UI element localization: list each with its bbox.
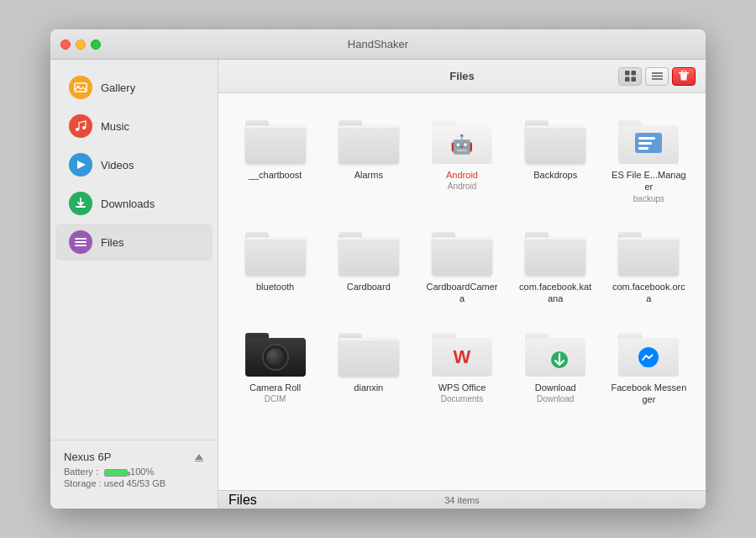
file-item-alarms[interactable]: Alarms bbox=[325, 107, 412, 212]
item-count: 34 items bbox=[444, 495, 480, 505]
downloads-icon bbox=[69, 192, 92, 215]
svg-rect-9 bbox=[195, 461, 203, 462]
status-path: Files bbox=[228, 493, 257, 508]
files-label: Files bbox=[101, 236, 123, 249]
titlebar: HandShaker bbox=[50, 29, 706, 60]
music-icon bbox=[69, 114, 92, 138]
svg-rect-22 bbox=[638, 147, 648, 150]
file-item-fb-katana[interactable]: com.facebook.katana bbox=[512, 219, 599, 314]
toolbar-actions bbox=[618, 67, 696, 86]
file-item-chartboost[interactable]: __chartboost bbox=[232, 107, 318, 212]
folder-icon-android: 🤖 bbox=[432, 115, 492, 164]
file-name-chartboost: __chartboost bbox=[249, 169, 302, 181]
file-subtitle-download: Download bbox=[537, 394, 574, 404]
sidebar-item-files[interactable]: Files bbox=[55, 224, 213, 261]
folder-icon-cardboardcamera bbox=[432, 227, 492, 276]
svg-point-3 bbox=[82, 126, 86, 129]
file-name-dianxin: dianxin bbox=[354, 382, 383, 393]
storage-info: Storage : used 45/53 GB bbox=[64, 478, 204, 488]
fb-messenger-icon bbox=[634, 345, 663, 370]
list-icon bbox=[652, 71, 663, 82]
sidebar-item-downloads[interactable]: Downloads bbox=[55, 185, 213, 222]
grid-view-button[interactable] bbox=[618, 67, 642, 86]
statusbar: Files 34 items bbox=[218, 490, 706, 509]
download-arrow-icon bbox=[541, 345, 570, 370]
file-item-cardboard[interactable]: Cardboard bbox=[325, 219, 412, 314]
file-item-wps[interactable]: W WPS Office Documents bbox=[418, 319, 505, 414]
music-label: Music bbox=[101, 120, 129, 133]
file-name-android: Android bbox=[446, 169, 478, 181]
es-logo-icon bbox=[633, 131, 664, 158]
file-item-es-manager[interactable]: ES File E...Manager backups bbox=[606, 107, 692, 212]
battery-bar bbox=[104, 469, 128, 477]
folder-icon-chartboost bbox=[245, 115, 306, 164]
minimize-button[interactable] bbox=[76, 40, 86, 50]
folder-icon-fb-orca bbox=[618, 227, 679, 276]
svg-rect-10 bbox=[625, 71, 630, 76]
sidebar-item-videos[interactable]: Videos bbox=[55, 146, 213, 183]
file-item-android[interactable]: 🤖 Android Android bbox=[418, 107, 505, 212]
file-item-bluetooth[interactable]: bluetooth bbox=[232, 219, 318, 314]
device-name-label: Nexus 6P bbox=[64, 451, 111, 463]
folder-icon-fb-katana bbox=[525, 227, 585, 276]
traffic-lights bbox=[60, 40, 101, 50]
files-area: __chartboost Alarms bbox=[218, 93, 706, 490]
file-item-fb-messenger[interactable]: Facebook Messenger bbox=[606, 319, 692, 414]
toolbar: Files bbox=[218, 60, 706, 93]
folder-icon-bluetooth bbox=[245, 227, 306, 276]
camera-lens-icon bbox=[264, 345, 287, 369]
file-item-fb-orca[interactable]: com.facebook.orca bbox=[606, 219, 692, 314]
sidebar: Gallery Music Videos bbox=[50, 60, 218, 509]
right-panel: Files bbox=[218, 60, 706, 509]
sidebar-item-music[interactable]: Music bbox=[55, 108, 213, 145]
list-view-button[interactable] bbox=[645, 67, 669, 86]
svg-rect-18 bbox=[682, 71, 686, 73]
file-item-dianxin[interactable]: dianxin bbox=[325, 319, 412, 414]
file-name-fb-katana: com.facebook.katana bbox=[517, 281, 593, 305]
svg-rect-21 bbox=[638, 142, 652, 145]
toolbar-title: Files bbox=[449, 70, 475, 82]
device-info: Nexus 6P Battery : 100% Storage : used 4… bbox=[50, 440, 218, 500]
svg-rect-20 bbox=[638, 137, 655, 140]
main-content: Gallery Music Videos bbox=[50, 60, 706, 509]
window-title: HandShaker bbox=[348, 38, 408, 50]
grid-icon bbox=[625, 71, 636, 82]
file-name-fb-messenger: Facebook Messenger bbox=[611, 382, 686, 406]
file-item-download[interactable]: Download Download bbox=[512, 319, 599, 414]
folder-icon-download bbox=[525, 328, 585, 377]
videos-label: Videos bbox=[101, 159, 134, 171]
sidebar-item-gallery[interactable]: Gallery bbox=[55, 69, 213, 106]
svg-marker-8 bbox=[195, 454, 203, 460]
file-name-cardboard: Cardboard bbox=[347, 281, 391, 293]
svg-point-2 bbox=[76, 128, 79, 131]
folder-icon-es bbox=[618, 115, 679, 164]
svg-rect-0 bbox=[75, 83, 87, 92]
file-name-backdrops: Backdrops bbox=[533, 169, 577, 181]
file-name-download: Download bbox=[535, 382, 576, 393]
file-item-backdrops[interactable]: Backdrops bbox=[512, 107, 599, 212]
file-item-cardboardcamera[interactable]: CardboardCamera bbox=[418, 219, 505, 314]
folder-icon-wps: W bbox=[432, 328, 492, 377]
wps-logo-icon: W bbox=[454, 346, 471, 368]
file-name-bluetooth: bluetooth bbox=[256, 281, 294, 293]
folder-icon-dianxin bbox=[339, 328, 399, 377]
file-item-camera-roll[interactable]: Camera Roll DCIM bbox=[232, 319, 318, 414]
file-subtitle-wps: Documents bbox=[441, 394, 484, 404]
file-subtitle-es: backups bbox=[633, 194, 664, 203]
close-button[interactable] bbox=[60, 40, 71, 50]
downloads-label: Downloads bbox=[101, 198, 155, 210]
file-name-cardboardcamera: CardboardCamera bbox=[424, 281, 500, 305]
gallery-icon bbox=[69, 76, 92, 99]
trash-icon bbox=[679, 71, 689, 82]
battery-info: Battery : 100% bbox=[64, 467, 204, 477]
file-name-wps: WPS Office bbox=[438, 382, 486, 393]
folder-icon-alarms bbox=[339, 115, 399, 164]
maximize-button[interactable] bbox=[91, 40, 101, 50]
delete-button[interactable] bbox=[672, 67, 696, 86]
folder-icon-fb-messenger bbox=[618, 328, 679, 377]
android-robot-icon: 🤖 bbox=[450, 134, 473, 156]
file-name-fb-orca: com.facebook.orca bbox=[611, 281, 686, 305]
file-name-camera-roll: Camera Roll bbox=[249, 382, 301, 393]
eject-icon bbox=[194, 453, 204, 462]
folder-icon-backdrops bbox=[525, 115, 585, 164]
